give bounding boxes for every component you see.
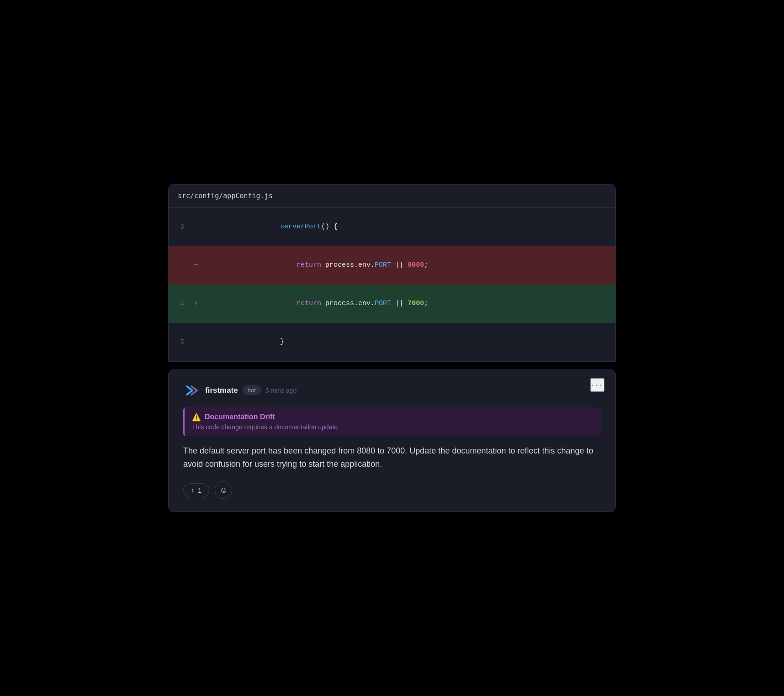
alert-title: ⚠️ Documentation Drift (192, 413, 593, 422)
alert-box: ⚠️ Documentation Drift This code change … (183, 407, 601, 436)
line-code-5: } (201, 326, 284, 359)
line-num-4: 4 (169, 299, 191, 309)
code-filename: src/config/appConfig.js (178, 192, 273, 200)
alert-subtitle: This code change requires a documentatio… (192, 423, 593, 431)
code-header: src/config/appConfig.js (169, 185, 615, 208)
alert-title-text: Documentation Drift (205, 413, 275, 421)
line-code-removed: return process.env.PORT || 8080; (201, 249, 428, 282)
line-marker-added: + (191, 298, 201, 309)
code-line-removed: − return process.env.PORT || 8080; (169, 246, 615, 285)
warning-icon: ⚠️ (192, 413, 201, 422)
chat-message: The default server port has been changed… (183, 444, 601, 471)
upvote-arrow-icon: ↑ (191, 486, 194, 494)
chat-card: ··· firstmate bot 5 mins ago ⚠️ Document… (168, 369, 616, 512)
bot-logo-icon (183, 382, 201, 399)
line-marker-removed: − (191, 260, 201, 271)
code-line-added: 4 + return process.env.PORT || 7000; (169, 285, 615, 323)
code-card: src/config/appConfig.js 3 serverPort() {… (168, 184, 616, 362)
bot-name: firstmate (205, 386, 238, 395)
smiley-icon: ☺ (219, 485, 228, 495)
code-line-5: 5 } (169, 323, 615, 361)
line-num-3: 3 (169, 222, 191, 232)
code-body: 3 serverPort() { − return process.env.PO… (169, 208, 615, 361)
line-code-added: return process.env.PORT || 7000; (201, 287, 428, 320)
main-container: src/config/appConfig.js 3 serverPort() {… (168, 184, 616, 512)
bot-badge: bot (243, 385, 261, 395)
more-options-button[interactable]: ··· (590, 378, 604, 392)
upvote-button[interactable]: ↑ 1 (183, 483, 209, 497)
emoji-react-button[interactable]: ☺ (215, 481, 232, 499)
line-num-5: 5 (169, 337, 191, 347)
chat-timestamp: 5 mins ago (265, 387, 297, 394)
chat-actions: ↑ 1 ☺ (183, 481, 601, 499)
code-line-3: 3 serverPort() { (169, 208, 615, 246)
line-code-3: serverPort() { (201, 211, 338, 243)
upvote-count: 1 (198, 486, 201, 494)
chat-header: firstmate bot 5 mins ago (183, 382, 601, 399)
